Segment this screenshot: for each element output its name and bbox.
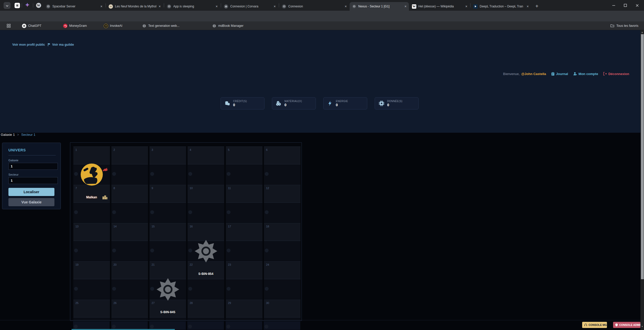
tab-connexion[interactable]: Connexion ×: [280, 2, 349, 11]
object-label[interactable]: S-BIN-845: [150, 310, 186, 314]
map-cell-25-area[interactable]: [73, 317, 110, 321]
tab-close-icon[interactable]: ×: [405, 5, 407, 8]
tab-nexus-active[interactable]: Nexus - Secteur 1 [G1] ×: [350, 2, 409, 11]
bookmark-textgen[interactable]: Text generation web...: [142, 23, 179, 29]
window-close-button[interactable]: [631, 0, 643, 11]
tab-deepl[interactable]: DeepL Traduction – DeepL Tran ×: [471, 2, 531, 11]
tab-wikipedia-hel[interactable]: W Hel (déesse) — Wikipédia ×: [410, 2, 470, 11]
map-cell-20-area[interactable]: [111, 279, 148, 299]
map-cell-25[interactable]: 25: [73, 300, 110, 317]
map-cell-12[interactable]: 12: [264, 185, 301, 203]
map-cell-27[interactable]: 27: [150, 300, 186, 317]
map-cell-11[interactable]: 11: [226, 185, 262, 203]
map-cell-18-area[interactable]: [264, 241, 301, 261]
new-tab-button[interactable]: +: [533, 2, 541, 10]
breadcrumb-sector[interactable]: Secteur 1: [21, 133, 36, 137]
map-cell-13-area[interactable]: [73, 241, 110, 261]
map-cell-9-area[interactable]: [150, 203, 186, 223]
link-my-guild[interactable]: Voir ma guilde: [47, 43, 74, 47]
map-cell-26-area[interactable]: [111, 317, 148, 321]
apps-grid-icon[interactable]: [7, 23, 11, 29]
map-cell-10[interactable]: 10: [188, 185, 224, 203]
logout-link[interactable]: Déconnexion: [603, 72, 629, 76]
map-cell-11-area[interactable]: [226, 203, 262, 223]
map-cell-12-area[interactable]: [264, 203, 301, 223]
tab-close-icon[interactable]: ×: [345, 5, 347, 8]
map-cell-18[interactable]: 18: [264, 223, 301, 241]
map-cell-1[interactable]: 1: [73, 146, 110, 164]
map-cell-8-area[interactable]: [111, 203, 148, 223]
link-public-profile[interactable]: Voir mon profil public: [12, 43, 45, 47]
map-cell-21[interactable]: 21: [150, 261, 186, 279]
map-cell-2-area[interactable]: [111, 164, 148, 185]
tab-close-icon[interactable]: ×: [527, 5, 529, 8]
map-cell-7-area[interactable]: [73, 203, 110, 223]
map-cell-3-area[interactable]: [150, 164, 186, 185]
map-cell-30[interactable]: 30: [264, 300, 301, 317]
map-cell-17[interactable]: 17: [226, 223, 262, 241]
console-mg-button[interactable]: CONSOLE MG: [582, 322, 607, 328]
map-cell-29-area[interactable]: [226, 317, 262, 321]
window-minimize-button[interactable]: [608, 0, 619, 11]
tab-spacebar-server[interactable]: Spacebar Server ×: [44, 2, 105, 11]
sector-input[interactable]: [8, 177, 58, 184]
bookmark-mdbook[interactable]: mdBook Manager: [212, 23, 244, 29]
map-cell-5-area[interactable]: [226, 164, 262, 185]
map-cell-23[interactable]: 23: [226, 261, 262, 279]
map-cell-4-area[interactable]: [188, 164, 224, 185]
bookmark-moneygram[interactable]: MoneyGram: [63, 23, 87, 29]
tab-app-sleeping[interactable]: App is sleeping ×: [165, 2, 220, 11]
pinned-tab-wordpress[interactable]: W: [36, 3, 41, 8]
scrollbar-thumb[interactable]: [641, 34, 644, 279]
all-bookmarks-button[interactable]: Tous les favoris: [610, 23, 638, 29]
galaxy-input[interactable]: [8, 163, 58, 170]
tab-close-icon[interactable]: ×: [465, 5, 467, 8]
asteroid-icon-s-bin-854[interactable]: [194, 239, 218, 263]
map-cell-19[interactable]: 19: [73, 261, 110, 279]
map-cell-17-area[interactable]: [226, 241, 262, 261]
map-cell-24[interactable]: 24: [264, 261, 301, 279]
map-cell-14[interactable]: 14: [111, 223, 148, 241]
map-cell-28[interactable]: 28: [188, 300, 224, 317]
map-cell-23-area[interactable]: [226, 279, 262, 299]
tab-close-icon[interactable]: ×: [274, 5, 276, 8]
tab-close-icon[interactable]: ×: [216, 5, 218, 8]
map-cell-9[interactable]: 9: [150, 185, 186, 203]
map-cell-2[interactable]: 2: [111, 146, 148, 164]
locate-button[interactable]: Localiser: [8, 188, 54, 196]
map-cell-3[interactable]: 3: [150, 146, 186, 164]
tab-close-icon[interactable]: ×: [100, 5, 102, 8]
map-cell-6[interactable]: 6: [264, 146, 301, 164]
window-maximize-button[interactable]: [619, 0, 631, 11]
map-cell-8[interactable]: 8: [111, 185, 148, 203]
map-cell-13[interactable]: 13: [73, 223, 110, 241]
tab-neuf-mondes[interactable]: Les Neuf Mondes de la Mythol ×: [106, 2, 163, 11]
tab-connexion-corvara[interactable]: Connexion | Corvara ×: [222, 2, 278, 11]
tab-close-icon[interactable]: ×: [159, 5, 161, 8]
map-cell-15[interactable]: 15: [150, 223, 186, 241]
map-cell-28-area[interactable]: [188, 317, 224, 321]
map-cell-6-area[interactable]: [264, 164, 301, 185]
map-cell-27-area[interactable]: [150, 317, 186, 321]
map-cell-15-area[interactable]: [150, 241, 186, 261]
tab-search-button[interactable]: [4, 2, 10, 9]
galaxy-view-button[interactable]: Vue Galaxie: [8, 198, 54, 206]
journal-link[interactable]: Journal: [551, 72, 568, 76]
map-cell-22-area[interactable]: [188, 279, 224, 299]
map-cell-14-area[interactable]: [111, 241, 148, 261]
map-cell-26[interactable]: 26: [111, 300, 148, 317]
object-label[interactable]: S-BIN-854: [188, 272, 224, 276]
scrollbar-down-arrow[interactable]: ▼: [640, 324, 644, 328]
pinned-tab-gemini[interactable]: [25, 3, 30, 8]
map-cell-22[interactable]: 22: [188, 261, 224, 279]
map-cell-10-area[interactable]: [188, 203, 224, 223]
bookmark-chatgpt[interactable]: ChatGPT: [22, 23, 41, 29]
map-cell-29[interactable]: 29: [226, 300, 262, 317]
map-cell-4[interactable]: 4: [188, 146, 224, 164]
asteroid-icon-s-bin-845[interactable]: [156, 278, 180, 301]
planet-icon-malkan[interactable]: [80, 163, 103, 186]
account-link[interactable]: Mon compte: [573, 72, 598, 76]
pinned-tab-chatgpt[interactable]: [14, 3, 20, 8]
map-cell-24-area[interactable]: [264, 279, 301, 299]
bookmark-invokeai[interactable]: InvokeAI: [104, 23, 122, 29]
